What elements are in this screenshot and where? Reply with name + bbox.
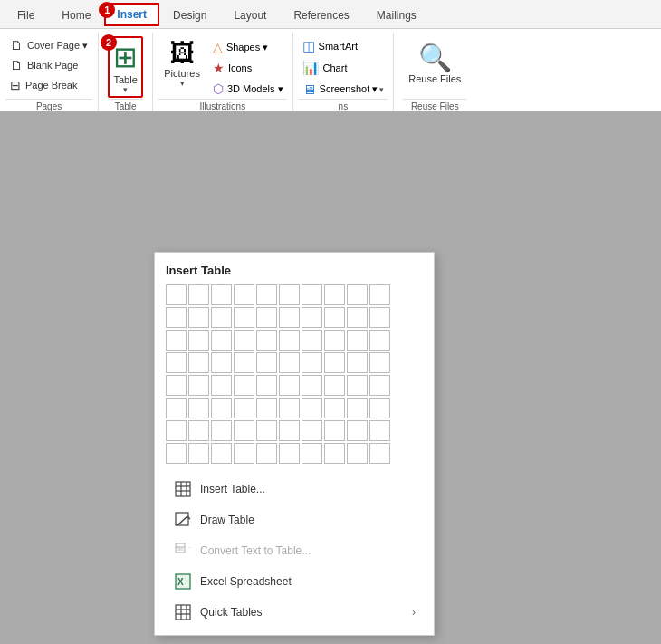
grid-cell[interactable]: [324, 330, 345, 351]
grid-cell[interactable]: [256, 307, 277, 328]
shapes-button[interactable]: △ Shapes ▾: [209, 38, 287, 56]
grid-cell[interactable]: [256, 420, 277, 441]
grid-cell[interactable]: [369, 352, 390, 373]
insert-table-item[interactable]: Insert Table...: [166, 474, 423, 505]
grid-cell[interactable]: [324, 443, 345, 464]
grid-cell[interactable]: [211, 375, 232, 396]
grid-cell[interactable]: [369, 330, 390, 351]
screenshot-button[interactable]: 🖥 Screenshot ▾ ▾: [299, 80, 388, 99]
draw-table-item[interactable]: Draw Table: [166, 505, 423, 535]
tab-mailings[interactable]: Mailings: [363, 3, 430, 28]
grid-cell[interactable]: [211, 330, 232, 351]
tab-layout[interactable]: Layout: [220, 3, 280, 28]
pictures-button[interactable]: 🖼 Pictures ▾: [158, 36, 206, 90]
grid-cell[interactable]: [347, 352, 368, 373]
grid-cell[interactable]: [347, 307, 368, 328]
blank-page-button[interactable]: 🗋 Blank Page: [5, 56, 92, 74]
grid-cell[interactable]: [324, 352, 345, 373]
grid-cell[interactable]: [279, 284, 300, 305]
grid-cell[interactable]: [166, 352, 187, 373]
table-grid[interactable]: [166, 284, 423, 465]
smartart-button[interactable]: ◫ SmartArt: [299, 36, 388, 56]
tab-home[interactable]: Home: [48, 3, 104, 28]
grid-cell[interactable]: [302, 420, 322, 441]
grid-cell[interactable]: [211, 352, 232, 373]
grid-cell[interactable]: [347, 443, 368, 464]
grid-cell[interactable]: [211, 398, 232, 418]
grid-cell[interactable]: [166, 398, 187, 418]
grid-cell[interactable]: [279, 420, 300, 441]
grid-cell[interactable]: [347, 284, 368, 305]
reuse-files-button[interactable]: 🔍 Reuse Files: [403, 40, 466, 86]
grid-cell[interactable]: [369, 398, 390, 418]
grid-cell[interactable]: [188, 398, 209, 418]
grid-cell[interactable]: [279, 398, 300, 418]
grid-cell[interactable]: [302, 352, 322, 373]
grid-cell[interactable]: [256, 352, 277, 373]
grid-cell[interactable]: [234, 284, 254, 305]
grid-cell[interactable]: [279, 330, 300, 351]
grid-cell[interactable]: [324, 284, 345, 305]
grid-cell[interactable]: [256, 375, 277, 396]
grid-cell[interactable]: [234, 352, 254, 373]
grid-cell[interactable]: [369, 420, 390, 441]
grid-cell[interactable]: [211, 443, 232, 464]
grid-cell[interactable]: [234, 375, 254, 396]
grid-cell[interactable]: [166, 443, 187, 464]
grid-cell[interactable]: [279, 375, 300, 396]
grid-cell[interactable]: [302, 307, 322, 328]
grid-cell[interactable]: [302, 443, 322, 464]
grid-cell[interactable]: [188, 284, 209, 305]
grid-cell[interactable]: [256, 330, 277, 351]
grid-cell[interactable]: [302, 398, 322, 418]
grid-cell[interactable]: [369, 375, 390, 396]
grid-cell[interactable]: [324, 307, 345, 328]
grid-cell[interactable]: [188, 420, 209, 441]
grid-cell[interactable]: [324, 398, 345, 418]
excel-spreadsheet-item[interactable]: X Excel Spreadsheet: [166, 566, 423, 597]
tab-references[interactable]: References: [280, 3, 362, 28]
grid-cell[interactable]: [211, 420, 232, 441]
tab-design[interactable]: Design: [159, 3, 220, 28]
grid-cell[interactable]: [166, 307, 187, 328]
grid-cell[interactable]: [188, 443, 209, 464]
grid-cell[interactable]: [211, 307, 232, 328]
grid-cell[interactable]: [188, 352, 209, 373]
grid-cell[interactable]: [166, 330, 187, 351]
grid-cell[interactable]: [166, 420, 187, 441]
grid-cell[interactable]: [166, 284, 187, 305]
grid-cell[interactable]: [347, 398, 368, 418]
grid-cell[interactable]: [302, 375, 322, 396]
grid-cell[interactable]: [256, 443, 277, 464]
grid-cell[interactable]: [188, 375, 209, 396]
grid-cell[interactable]: [234, 420, 254, 441]
chart-button[interactable]: 📊 Chart: [299, 58, 388, 78]
grid-cell[interactable]: [279, 443, 300, 464]
grid-cell[interactable]: [188, 307, 209, 328]
grid-cell[interactable]: [302, 284, 322, 305]
grid-cell[interactable]: [256, 398, 277, 418]
icons-button[interactable]: ★ Icons: [209, 59, 287, 77]
grid-cell[interactable]: [234, 398, 254, 418]
cover-page-button[interactable]: 🗋 Cover Page ▾: [5, 36, 92, 54]
grid-cell[interactable]: [188, 330, 209, 351]
grid-cell[interactable]: [347, 375, 368, 396]
quick-tables-item[interactable]: Quick Tables ›: [166, 597, 423, 628]
grid-cell[interactable]: [347, 330, 368, 351]
3d-models-button[interactable]: ⬡ 3D Models ▾: [209, 80, 287, 98]
tab-file[interactable]: File: [4, 3, 48, 28]
grid-cell[interactable]: [279, 352, 300, 373]
grid-cell[interactable]: [369, 307, 390, 328]
grid-cell[interactable]: [369, 443, 390, 464]
page-break-button[interactable]: ⊟ Page Break: [5, 76, 92, 94]
grid-cell[interactable]: [324, 420, 345, 441]
grid-cell[interactable]: [279, 307, 300, 328]
grid-cell[interactable]: [234, 330, 254, 351]
grid-cell[interactable]: [256, 284, 277, 305]
grid-cell[interactable]: [166, 375, 187, 396]
grid-cell[interactable]: [369, 284, 390, 305]
grid-cell[interactable]: [211, 284, 232, 305]
grid-cell[interactable]: [302, 330, 322, 351]
grid-cell[interactable]: [347, 420, 368, 441]
grid-cell[interactable]: [234, 443, 254, 464]
